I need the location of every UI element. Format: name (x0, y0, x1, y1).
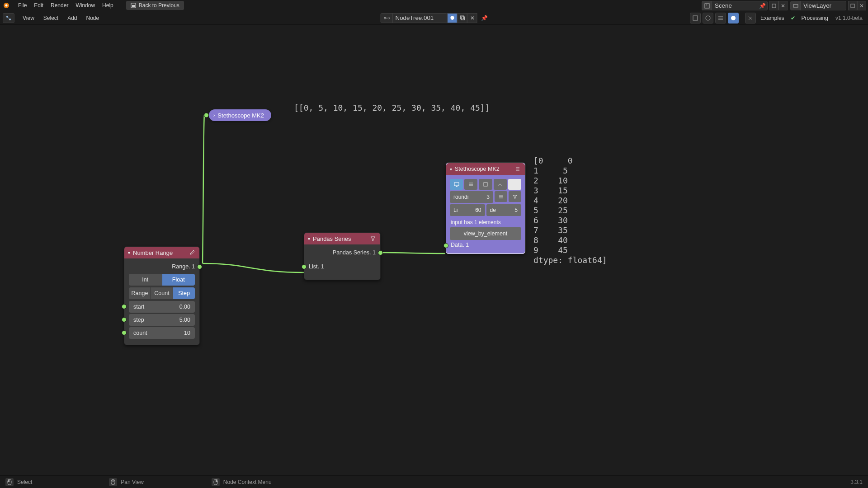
menu-help[interactable]: Help (99, 1, 117, 10)
header-node[interactable]: Node (82, 14, 104, 23)
stethoscope-header[interactable]: ▾ Stethoscope MK2 (446, 163, 525, 175)
count-label: count (133, 330, 147, 336)
toggle-5-icon[interactable] (745, 13, 756, 23)
count-option[interactable]: Count (151, 287, 173, 299)
pandas-output-socket[interactable] (378, 250, 383, 255)
display-mode-3-icon[interactable] (479, 179, 492, 190)
collapse-tri-icon[interactable]: ▾ (450, 167, 452, 172)
step-field[interactable]: step 5.00 (129, 314, 195, 326)
toggle-1-icon[interactable] (690, 13, 701, 23)
delete-viewlayer-button[interactable]: ✕ (857, 1, 866, 10)
toggle-3-icon[interactable] (715, 13, 726, 23)
rounding-field[interactable]: roundi 3 (450, 191, 493, 203)
header-select[interactable]: Select (39, 14, 63, 23)
scene-browse-icon[interactable] (702, 1, 712, 10)
count-value: 10 (184, 330, 190, 336)
svg-rect-7 (793, 5, 798, 7)
nodetree-selector[interactable] (381, 13, 448, 23)
menu-edit[interactable]: Edit (30, 1, 47, 10)
li-value: 60 (475, 207, 481, 213)
editor-type-selector[interactable] (3, 13, 14, 23)
list-icon[interactable] (514, 165, 521, 173)
start-field[interactable]: start 0.00 (129, 301, 195, 313)
unlink-nodetree-button[interactable]: ✕ (467, 13, 477, 23)
collapse-tri-icon[interactable]: ▾ (308, 236, 310, 241)
new-viewlayer-button[interactable] (848, 1, 857, 10)
menu-render[interactable]: Render (47, 1, 72, 10)
collapse-tri-icon[interactable]: ▾ (128, 250, 130, 255)
svg-point-5 (706, 5, 707, 5)
delete-scene-button[interactable]: ✕ (778, 1, 788, 10)
data-input-socket[interactable] (443, 243, 448, 248)
int-float-toggle[interactable]: Int Float (129, 274, 195, 286)
count-field[interactable]: count 10 (129, 327, 195, 339)
scene-name-input[interactable] (712, 1, 757, 10)
step-option[interactable]: Step (173, 287, 195, 299)
filter-toggle-icon[interactable] (509, 191, 521, 202)
display-mode-1-icon[interactable] (450, 179, 463, 190)
stethoscope-expanded-node[interactable]: ▾ Stethoscope MK2 roundi 3 Li 60 de (446, 163, 525, 254)
display-mode-4-icon[interactable] (494, 179, 507, 190)
svg-point-16 (731, 16, 736, 20)
viewlayer-browse-icon[interactable] (791, 1, 801, 10)
menu-file[interactable]: File (14, 1, 30, 10)
svg-rect-12 (460, 16, 463, 19)
pencil-icon[interactable] (189, 249, 196, 256)
viewlayer-name-input[interactable] (801, 1, 846, 10)
toggle-2-icon[interactable] (703, 13, 713, 23)
start-input-socket[interactable] (122, 304, 127, 309)
viewlayer-selector[interactable] (790, 1, 846, 10)
number-range-header[interactable]: ▾ Number Range (124, 247, 199, 258)
examples-menu[interactable]: Examples (758, 15, 787, 21)
header-add[interactable]: Add (63, 14, 81, 23)
stethoscope-collapsed-node[interactable]: › Stethoscope MK2 (209, 109, 271, 121)
nodetree-browse-icon[interactable] (381, 13, 393, 23)
de-field[interactable]: de 5 (486, 204, 522, 216)
header-center-group: ✕ 📌 (381, 13, 488, 23)
back-to-previous-button[interactable]: Back to Previous (126, 1, 184, 10)
scene-selector[interactable]: 📌 (702, 1, 768, 10)
mode-toggle[interactable]: Range Count Step (129, 287, 195, 299)
processing-label[interactable]: Processing (799, 15, 831, 21)
toggle-4-active-icon[interactable] (728, 13, 739, 23)
stethoscope-pill-input-socket[interactable] (204, 113, 209, 118)
statusbar-pan-label: Pan View (121, 479, 143, 485)
display-mode-2-icon[interactable] (464, 179, 477, 190)
number-range-node[interactable]: ▾ Number Range Range. 1 Int Float Range … (124, 246, 200, 345)
header-view[interactable]: View (18, 14, 39, 23)
svg-point-10 (9, 19, 11, 20)
view-by-element-button[interactable]: view_by_element (450, 227, 521, 240)
statusbar-context: Node Context Menu (212, 478, 272, 486)
color-swatch[interactable] (508, 179, 521, 190)
count-input-socket[interactable] (122, 330, 127, 335)
rounding-label: roundi (453, 194, 468, 200)
stethoscope-list-output: [[0, 5, 10, 15, 20, 25, 30, 35, 40, 45]] (294, 103, 490, 113)
new-scene-button[interactable] (769, 1, 778, 10)
range-option[interactable]: Range (129, 287, 151, 299)
justify-icon[interactable] (495, 191, 507, 202)
status-bar: Select Pan View Node Context Menu 3.3.1 (0, 475, 868, 488)
list-input-socket[interactable] (302, 264, 307, 269)
pin-nodetree-icon[interactable]: 📌 (481, 15, 488, 21)
stethoscope-title: Stethoscope MK2 (455, 166, 511, 172)
filter-icon[interactable] (369, 235, 377, 242)
statusbar-select: Select (5, 478, 32, 486)
int-option[interactable]: Int (129, 274, 162, 286)
nodetree-name-input[interactable] (393, 13, 447, 23)
menu-window[interactable]: Window (72, 1, 99, 10)
topbar-right: 📌 ✕ ✕ (702, 1, 866, 10)
step-input-socket[interactable] (122, 317, 127, 322)
node-canvas[interactable]: › Stethoscope MK2 [[0, 5, 10, 15, 20, 25… (0, 25, 868, 475)
expand-tri-icon[interactable]: › (213, 113, 215, 118)
pandas-series-node[interactable]: ▾ Pandas Series Pandas Series. 1 List. 1 (304, 232, 381, 280)
svg-rect-8 (851, 4, 854, 8)
li-field[interactable]: Li 60 (450, 204, 485, 216)
float-option[interactable]: Float (162, 274, 195, 286)
pandas-series-header[interactable]: ▾ Pandas Series (304, 233, 380, 244)
pin-icon[interactable]: 📌 (759, 3, 765, 9)
back-icon (131, 3, 136, 8)
range-output-socket[interactable] (197, 264, 202, 269)
duplicate-nodetree-button[interactable] (458, 13, 467, 23)
fake-user-toggle[interactable] (448, 13, 458, 23)
svg-rect-6 (772, 4, 776, 8)
